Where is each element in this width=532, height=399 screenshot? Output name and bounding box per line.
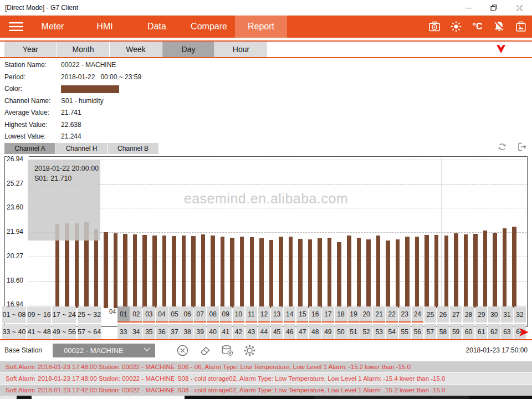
bar-48[interactable] [512, 227, 516, 308]
tab-channel-a[interactable]: Channel A [4, 143, 55, 154]
tab-month[interactable]: Month [57, 42, 109, 57]
nav-item-report[interactable]: Report [235, 16, 287, 38]
range-button-25-32[interactable]: 25 ~ 32 [78, 306, 101, 323]
x-cell-04[interactable]: 04 [156, 306, 168, 323]
restore-button[interactable] [481, 0, 507, 16]
bar-6[interactable] [104, 232, 108, 308]
x-cell-31[interactable]: 31 [501, 306, 513, 323]
snapshot-box-icon[interactable] [514, 20, 528, 34]
x-cell-37[interactable]: 37 [168, 324, 181, 339]
bar-40[interactable] [434, 235, 439, 308]
x-cell-02[interactable]: 02 [130, 306, 142, 323]
x-cell-23[interactable]: 23 [399, 306, 411, 323]
x-cell-19[interactable]: 19 [347, 306, 360, 323]
x-cell-38[interactable]: 38 [181, 324, 193, 339]
tab-year[interactable]: Year [4, 42, 57, 57]
x-cell-33[interactable]: 33 [117, 324, 130, 339]
bar-8[interactable] [123, 234, 127, 308]
x-cell-13[interactable]: 13 [271, 306, 283, 323]
bar-35[interactable] [386, 241, 390, 308]
x-cell-27[interactable]: 27 [450, 306, 462, 323]
next-page-button[interactable] [518, 326, 530, 338]
x-cell-29[interactable]: 29 [475, 306, 488, 323]
x-cell-03[interactable]: 03 [143, 306, 155, 323]
x-cell-47[interactable]: 47 [296, 324, 309, 339]
x-cell-41[interactable]: 41 [220, 324, 232, 339]
x-cell-51[interactable]: 51 [347, 324, 360, 339]
x-cell-34[interactable]: 34 [130, 324, 142, 339]
bar-12[interactable] [162, 236, 167, 308]
nav-item-hmi[interactable]: HMI [79, 16, 131, 38]
range-button-17-24[interactable]: 17 ~ 24 [52, 306, 76, 323]
bar-42[interactable] [454, 233, 458, 308]
tab-week[interactable]: Week [110, 42, 162, 57]
nav-item-meter[interactable]: Meter [27, 16, 79, 38]
alarm-row[interactable]: Soft Alarm2018-01-23 17:48:00Station: 00… [0, 361, 532, 372]
bar-16[interactable] [201, 234, 206, 308]
x-cell-58[interactable]: 58 [437, 324, 449, 339]
x-cell-39[interactable]: 39 [194, 324, 206, 339]
bar-9[interactable] [133, 234, 137, 308]
alarm-row[interactable]: Soft Alarm2018-01-23 17:42:00Station: 00… [0, 385, 532, 396]
x-cell-14[interactable]: 14 [284, 306, 296, 323]
x-cell-01[interactable]: 01 [117, 306, 130, 323]
bar-14[interactable] [182, 236, 186, 308]
bar-46[interactable] [493, 233, 497, 308]
bar-21[interactable] [250, 237, 254, 308]
bar-38[interactable] [415, 237, 420, 308]
temperature-unit-icon[interactable]: °C [470, 20, 484, 34]
x-cell-09[interactable]: 09 [220, 306, 232, 323]
refresh-button[interactable] [497, 141, 508, 152]
close-button[interactable] [507, 0, 532, 16]
range-button-57-64[interactable]: 57 ~ 64 [78, 324, 101, 339]
x-cell-21[interactable]: 21 [373, 306, 385, 323]
x-cell-25[interactable]: 25 [424, 306, 437, 323]
x-cell-24[interactable]: 24 [412, 306, 424, 323]
bar-11[interactable] [152, 236, 157, 308]
bar-26[interactable] [298, 239, 303, 308]
x-cell-54[interactable]: 54 [386, 324, 398, 339]
bar-23[interactable] [269, 240, 274, 308]
x-cell-17[interactable]: 17 [322, 306, 334, 323]
export-button[interactable] [516, 141, 528, 152]
bar-25[interactable] [289, 237, 293, 308]
eraser-button[interactable] [198, 344, 211, 357]
x-cell-62[interactable]: 62 [488, 324, 500, 339]
bar-39[interactable] [424, 235, 429, 308]
x-cell-32[interactable]: 32 [514, 306, 526, 323]
bar-41[interactable] [444, 236, 449, 308]
expand-filter-button[interactable] [495, 44, 507, 54]
x-cell-60[interactable]: 60 [463, 324, 475, 339]
bar-32[interactable] [357, 238, 361, 308]
tab-day[interactable]: Day [162, 42, 214, 57]
x-cell-43[interactable]: 43 [245, 324, 258, 339]
bar-34[interactable] [376, 236, 381, 308]
camera-icon[interactable] [427, 20, 441, 34]
bar-37[interactable] [405, 237, 410, 308]
x-cell-10[interactable]: 10 [233, 306, 245, 323]
x-cell-57[interactable]: 57 [424, 324, 437, 339]
bar-33[interactable] [366, 239, 371, 308]
x-cell-45[interactable]: 45 [271, 324, 283, 339]
bar-36[interactable] [396, 239, 400, 308]
x-cell-30[interactable]: 30 [488, 306, 500, 323]
x-cell-35[interactable]: 35 [143, 324, 155, 339]
minimize-button[interactable] [456, 0, 481, 16]
range-button-49-56[interactable]: 49 ~ 56 [52, 324, 76, 339]
base-station-dropdown[interactable]: 00022 - MACHINE [53, 344, 155, 357]
x-cell-52[interactable]: 52 [360, 324, 372, 339]
brightness-icon[interactable] [449, 20, 463, 34]
cancel-circle-button[interactable] [176, 344, 189, 357]
x-cell-11[interactable]: 11 [245, 306, 258, 323]
bar-44[interactable] [473, 234, 478, 308]
x-cell-15[interactable]: 15 [296, 306, 309, 323]
range-button-09-16[interactable]: 09 ~ 16 [27, 306, 51, 323]
x-cell-48[interactable]: 48 [309, 324, 321, 339]
bar-13[interactable] [172, 236, 176, 308]
x-cell-28[interactable]: 28 [463, 306, 475, 323]
x-cell-63[interactable]: 63 [501, 324, 513, 339]
gear-button[interactable] [243, 344, 256, 357]
x-cell-36[interactable]: 36 [156, 324, 168, 339]
bell-muted-icon[interactable] [492, 20, 506, 34]
x-cell-26[interactable]: 26 [437, 306, 449, 323]
